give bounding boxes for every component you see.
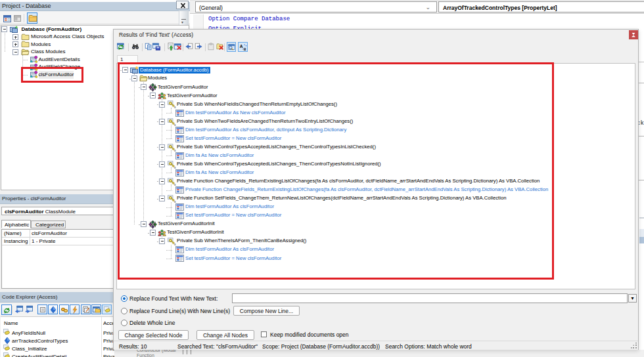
svg-text:B: B (244, 47, 246, 51)
svg-text:A: A (240, 44, 243, 49)
